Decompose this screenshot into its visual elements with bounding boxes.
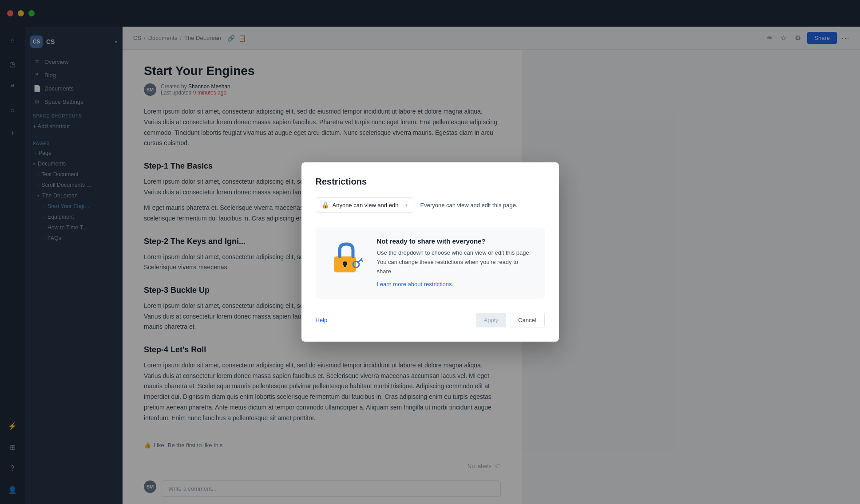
info-box: Not ready to share with everyone? Use th… [316,227,545,298]
dropdown-description: Everyone can view and edit this page. [420,202,518,209]
svg-rect-6 [337,261,353,262]
svg-rect-2 [344,264,346,267]
lock-icon: 🔒 [321,201,329,209]
apply-button[interactable]: Apply [476,313,507,327]
lock-illustration [326,237,366,277]
info-link[interactable]: Learn more about restrictions. [377,281,454,287]
chevron-down-icon: ▾ [405,203,408,208]
modal-overlay[interactable]: Restrictions 🔒 Anyone can view and edit … [0,0,860,504]
dropdown-value: Anyone can view and edit [333,202,398,209]
modal-buttons: Apply Cancel [476,313,545,327]
dropdown-row: 🔒 Anyone can view and edit ▾ Everyone ca… [316,197,545,213]
restrictions-modal: Restrictions 🔒 Anyone can view and edit … [301,162,559,341]
modal-footer: Help Apply Cancel [316,313,545,327]
restriction-dropdown[interactable]: 🔒 Anyone can view and edit ▾ [316,197,413,213]
info-body: Use the dropdown to choose who can view … [377,248,534,276]
info-text: Not ready to share with everyone? Use th… [377,237,534,287]
cancel-button[interactable]: Cancel [510,313,544,327]
svg-line-5 [361,260,363,261]
help-link[interactable]: Help [316,317,328,323]
modal-title: Restrictions [316,177,545,187]
info-heading: Not ready to share with everyone? [377,237,534,245]
